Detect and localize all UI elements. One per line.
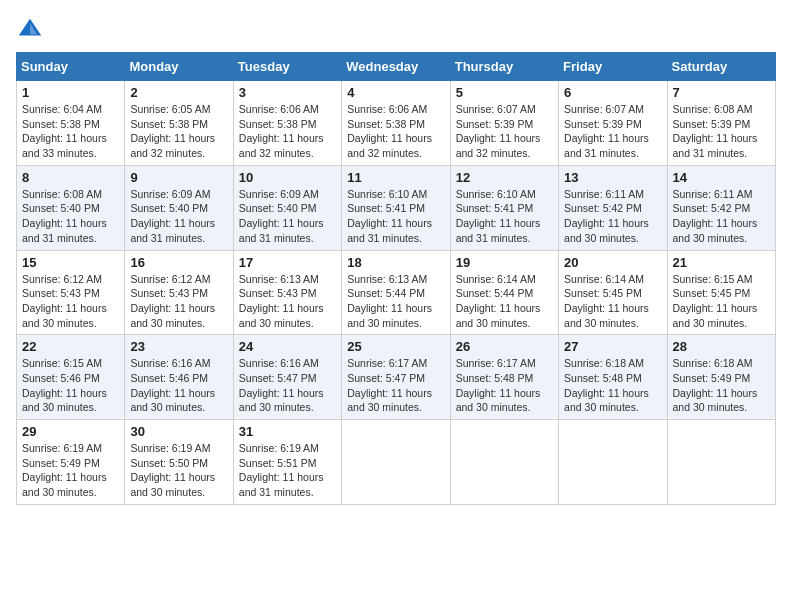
sunrise-label: Sunrise: 6:19 AM: [22, 442, 102, 454]
day-number: 27: [564, 339, 661, 354]
sunrise-label: Sunrise: 6:17 AM: [456, 357, 536, 369]
day-number: 13: [564, 170, 661, 185]
day-number: 23: [130, 339, 227, 354]
daylight-label: Daylight: 11 hours and 30 minutes.: [239, 387, 324, 414]
daylight-label: Daylight: 11 hours and 30 minutes.: [456, 302, 541, 329]
logo-icon: [16, 16, 44, 44]
daylight-label: Daylight: 11 hours and 31 minutes.: [673, 132, 758, 159]
calendar-cell: 12 Sunrise: 6:10 AM Sunset: 5:41 PM Dayl…: [450, 165, 558, 250]
calendar-cell: 18 Sunrise: 6:13 AM Sunset: 5:44 PM Dayl…: [342, 250, 450, 335]
sunset-label: Sunset: 5:47 PM: [347, 372, 425, 384]
sunrise-label: Sunrise: 6:16 AM: [130, 357, 210, 369]
sunrise-label: Sunrise: 6:15 AM: [22, 357, 102, 369]
daylight-label: Daylight: 11 hours and 31 minutes.: [239, 217, 324, 244]
calendar-cell: 1 Sunrise: 6:04 AM Sunset: 5:38 PM Dayli…: [17, 81, 125, 166]
day-info: Sunrise: 6:19 AM Sunset: 5:51 PM Dayligh…: [239, 441, 336, 500]
sunset-label: Sunset: 5:50 PM: [130, 457, 208, 469]
sunset-label: Sunset: 5:48 PM: [564, 372, 642, 384]
day-info: Sunrise: 6:14 AM Sunset: 5:44 PM Dayligh…: [456, 272, 553, 331]
sunset-label: Sunset: 5:39 PM: [673, 118, 751, 130]
day-header-tuesday: Tuesday: [233, 53, 341, 81]
sunrise-label: Sunrise: 6:15 AM: [673, 273, 753, 285]
calendar-cell: 14 Sunrise: 6:11 AM Sunset: 5:42 PM Dayl…: [667, 165, 775, 250]
calendar-cell: 5 Sunrise: 6:07 AM Sunset: 5:39 PM Dayli…: [450, 81, 558, 166]
sunset-label: Sunset: 5:47 PM: [239, 372, 317, 384]
sunset-label: Sunset: 5:44 PM: [456, 287, 534, 299]
sunrise-label: Sunrise: 6:09 AM: [130, 188, 210, 200]
daylight-label: Daylight: 11 hours and 32 minutes.: [130, 132, 215, 159]
sunrise-label: Sunrise: 6:14 AM: [564, 273, 644, 285]
day-info: Sunrise: 6:16 AM Sunset: 5:46 PM Dayligh…: [130, 356, 227, 415]
day-info: Sunrise: 6:07 AM Sunset: 5:39 PM Dayligh…: [564, 102, 661, 161]
day-number: 22: [22, 339, 119, 354]
daylight-label: Daylight: 11 hours and 30 minutes.: [564, 302, 649, 329]
day-info: Sunrise: 6:19 AM Sunset: 5:49 PM Dayligh…: [22, 441, 119, 500]
day-info: Sunrise: 6:13 AM Sunset: 5:43 PM Dayligh…: [239, 272, 336, 331]
day-number: 9: [130, 170, 227, 185]
sunset-label: Sunset: 5:39 PM: [456, 118, 534, 130]
sunset-label: Sunset: 5:49 PM: [673, 372, 751, 384]
day-header-thursday: Thursday: [450, 53, 558, 81]
sunrise-label: Sunrise: 6:07 AM: [564, 103, 644, 115]
calendar-cell: 13 Sunrise: 6:11 AM Sunset: 5:42 PM Dayl…: [559, 165, 667, 250]
calendar-cell: [450, 420, 558, 505]
day-number: 20: [564, 255, 661, 270]
calendar-cell: 22 Sunrise: 6:15 AM Sunset: 5:46 PM Dayl…: [17, 335, 125, 420]
sunrise-label: Sunrise: 6:12 AM: [130, 273, 210, 285]
day-number: 11: [347, 170, 444, 185]
sunrise-label: Sunrise: 6:19 AM: [130, 442, 210, 454]
day-number: 30: [130, 424, 227, 439]
daylight-label: Daylight: 11 hours and 30 minutes.: [347, 302, 432, 329]
daylight-label: Daylight: 11 hours and 31 minutes.: [130, 217, 215, 244]
daylight-label: Daylight: 11 hours and 30 minutes.: [22, 302, 107, 329]
day-number: 21: [673, 255, 770, 270]
sunset-label: Sunset: 5:40 PM: [130, 202, 208, 214]
day-header-wednesday: Wednesday: [342, 53, 450, 81]
sunrise-label: Sunrise: 6:11 AM: [673, 188, 753, 200]
calendar-header-row: SundayMondayTuesdayWednesdayThursdayFrid…: [17, 53, 776, 81]
calendar-week-row: 8 Sunrise: 6:08 AM Sunset: 5:40 PM Dayli…: [17, 165, 776, 250]
sunrise-label: Sunrise: 6:14 AM: [456, 273, 536, 285]
calendar-cell: 27 Sunrise: 6:18 AM Sunset: 5:48 PM Dayl…: [559, 335, 667, 420]
day-number: 28: [673, 339, 770, 354]
calendar-table: SundayMondayTuesdayWednesdayThursdayFrid…: [16, 52, 776, 505]
sunset-label: Sunset: 5:46 PM: [22, 372, 100, 384]
calendar-cell: 30 Sunrise: 6:19 AM Sunset: 5:50 PM Dayl…: [125, 420, 233, 505]
daylight-label: Daylight: 11 hours and 30 minutes.: [130, 302, 215, 329]
day-number: 2: [130, 85, 227, 100]
sunset-label: Sunset: 5:38 PM: [239, 118, 317, 130]
day-number: 25: [347, 339, 444, 354]
calendar-cell: 24 Sunrise: 6:16 AM Sunset: 5:47 PM Dayl…: [233, 335, 341, 420]
calendar-cell: 3 Sunrise: 6:06 AM Sunset: 5:38 PM Dayli…: [233, 81, 341, 166]
daylight-label: Daylight: 11 hours and 30 minutes.: [22, 387, 107, 414]
daylight-label: Daylight: 11 hours and 31 minutes.: [239, 471, 324, 498]
day-number: 16: [130, 255, 227, 270]
day-number: 10: [239, 170, 336, 185]
sunrise-label: Sunrise: 6:12 AM: [22, 273, 102, 285]
sunset-label: Sunset: 5:44 PM: [347, 287, 425, 299]
day-header-sunday: Sunday: [17, 53, 125, 81]
sunrise-label: Sunrise: 6:10 AM: [456, 188, 536, 200]
day-number: 6: [564, 85, 661, 100]
day-info: Sunrise: 6:15 AM Sunset: 5:46 PM Dayligh…: [22, 356, 119, 415]
calendar-cell: 7 Sunrise: 6:08 AM Sunset: 5:39 PM Dayli…: [667, 81, 775, 166]
daylight-label: Daylight: 11 hours and 30 minutes.: [456, 387, 541, 414]
day-info: Sunrise: 6:08 AM Sunset: 5:39 PM Dayligh…: [673, 102, 770, 161]
day-info: Sunrise: 6:06 AM Sunset: 5:38 PM Dayligh…: [239, 102, 336, 161]
sunrise-label: Sunrise: 6:18 AM: [564, 357, 644, 369]
calendar-cell: [667, 420, 775, 505]
sunrise-label: Sunrise: 6:08 AM: [673, 103, 753, 115]
daylight-label: Daylight: 11 hours and 31 minutes.: [22, 217, 107, 244]
logo: [16, 16, 48, 44]
day-info: Sunrise: 6:12 AM Sunset: 5:43 PM Dayligh…: [22, 272, 119, 331]
sunset-label: Sunset: 5:38 PM: [347, 118, 425, 130]
sunset-label: Sunset: 5:45 PM: [564, 287, 642, 299]
day-number: 3: [239, 85, 336, 100]
calendar-cell: 25 Sunrise: 6:17 AM Sunset: 5:47 PM Dayl…: [342, 335, 450, 420]
calendar-week-row: 29 Sunrise: 6:19 AM Sunset: 5:49 PM Dayl…: [17, 420, 776, 505]
day-info: Sunrise: 6:18 AM Sunset: 5:48 PM Dayligh…: [564, 356, 661, 415]
day-info: Sunrise: 6:14 AM Sunset: 5:45 PM Dayligh…: [564, 272, 661, 331]
daylight-label: Daylight: 11 hours and 32 minutes.: [456, 132, 541, 159]
sunset-label: Sunset: 5:45 PM: [673, 287, 751, 299]
day-number: 24: [239, 339, 336, 354]
